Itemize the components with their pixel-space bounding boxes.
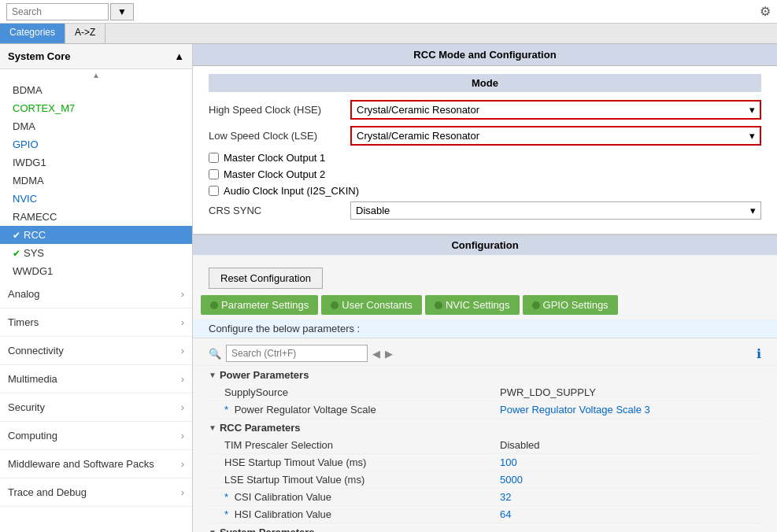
mode-section: Mode High Speed Clock (HSE) Crystal/Cera… [193, 66, 777, 235]
sys-label: SYS [24, 247, 44, 259]
connectivity-label: Connectivity [8, 345, 64, 357]
sidebar: System Core ▲ ▲ BDMA CORTEX_M7 DMA GPIO … [0, 44, 193, 532]
timers-label: Timers [8, 316, 39, 328]
lse-row: Low Speed Clock (LSE) Crystal/Ceramic Re… [209, 126, 761, 146]
csi-calib-row: * CSI Calibration Value 32 [209, 489, 761, 506]
section-arrow-rcc: ▼ [209, 423, 216, 432]
search-button[interactable]: ▼ [110, 3, 134, 20]
sidebar-item-rcc[interactable]: ✔ RCC [0, 226, 192, 244]
chevron-right-icon6: › [181, 430, 184, 441]
sidebar-item-sys[interactable]: ✔ SYS [0, 244, 192, 262]
sidebar-item-connectivity[interactable]: Connectivity › [0, 337, 192, 365]
audio-clock-label: Audio Clock Input (I2S_CKIN) [224, 185, 359, 197]
tab-atoz[interactable]: A->Z [65, 24, 105, 43]
chevron-right-icon7: › [181, 458, 184, 470]
chevron-right-icon3: › [181, 345, 184, 357]
lse-value: Crystal/Ceramic Resonator [357, 130, 479, 142]
audio-clock-row: Audio Clock Input (I2S_CKIN) [209, 185, 761, 197]
trace-label: Trace and Debug [8, 486, 87, 498]
chevron-right-icon4: › [181, 373, 184, 385]
param-search-input[interactable] [226, 345, 368, 362]
sidebar-item-security[interactable]: Security › [0, 393, 192, 422]
middleware-label: Middleware and Software Packs [8, 458, 154, 470]
master-clock-2-checkbox[interactable] [209, 169, 219, 179]
sidebar-item-nvic[interactable]: NVIC [0, 190, 192, 208]
nav-right-icon[interactable]: ▶ [385, 348, 393, 360]
hse-select[interactable]: Crystal/Ceramic Resonator ▾ [350, 100, 761, 120]
sys-check-icon: ✔ [13, 248, 20, 259]
crs-sync-value: Disable [356, 205, 390, 216]
master-clock-2-row: Master Clock Output 2 [209, 168, 761, 180]
chevron-right-icon: › [181, 288, 184, 300]
computing-label: Computing [8, 430, 57, 441]
sidebar-item-analog[interactable]: Analog › [0, 280, 192, 308]
lse-select[interactable]: Crystal/Ceramic Resonator ▾ [350, 126, 761, 146]
top-search-input[interactable] [6, 3, 109, 20]
tab-nvic-settings[interactable]: NVIC Settings [425, 295, 520, 315]
hse-dropdown-icon: ▾ [749, 104, 755, 116]
info-icon[interactable]: ℹ [757, 346, 761, 361]
right-panel: RCC Mode and Configuration Mode High Spe… [193, 44, 777, 532]
sidebar-item-middleware[interactable]: Middleware and Software Packs › [0, 450, 192, 478]
top-bar: ▼ ⚙ [0, 0, 777, 24]
sidebar-item-bdma[interactable]: BDMA [0, 81, 192, 99]
audio-clock-checkbox[interactable] [209, 186, 219, 196]
rcc-params-section[interactable]: ▼ RCC Parameters [209, 419, 761, 437]
chevron-right-icon8: › [181, 486, 184, 498]
voltage-scale-value: Power Regulator Voltage Scale 3 [500, 404, 650, 416]
chevron-right-icon2: › [181, 316, 184, 328]
nvic-settings-dot [435, 301, 442, 309]
security-label: Security [8, 401, 45, 413]
params-table: ▼ Power Parameters SupplySource PWR_LDO_… [193, 366, 777, 532]
hsi-calib-value: 64 [500, 508, 511, 520]
lse-dropdown-icon: ▾ [749, 130, 755, 142]
master-clock-1-checkbox[interactable] [209, 153, 219, 163]
chevron-right-icon5: › [181, 401, 184, 413]
sidebar-item-trace[interactable]: Trace and Debug › [0, 478, 192, 507]
crs-sync-dropdown-icon: ▾ [750, 205, 756, 216]
param-settings-label: Parameter Settings [221, 299, 309, 311]
power-params-section[interactable]: ▼ Power Parameters [209, 366, 761, 384]
hsi-calib-star: * [224, 508, 231, 520]
reset-config-button[interactable]: Reset Configuration [209, 268, 323, 289]
sidebar-item-mdma[interactable]: MDMA [0, 172, 192, 190]
config-header: Configuration [193, 235, 777, 255]
crs-sync-select[interactable]: Disable ▾ [350, 201, 761, 220]
system-params-title: System Parameters [220, 526, 315, 532]
gpio-settings-label: GPIO Settings [543, 299, 609, 311]
sidebar-item-wwdg1[interactable]: WWDG1 [0, 262, 192, 280]
master-clock-2-label: Master Clock Output 2 [224, 168, 325, 180]
sidebar-system-core-header[interactable]: System Core ▲ [0, 44, 192, 69]
tab-gpio-settings[interactable]: GPIO Settings [523, 295, 618, 315]
supply-source-row: SupplySource PWR_LDO_SUPPLY [209, 384, 761, 401]
chevron-up-icon: ▲ [174, 50, 184, 62]
sidebar-item-timers[interactable]: Timers › [0, 308, 192, 337]
gear-icon[interactable]: ⚙ [760, 4, 771, 19]
sidebar-item-ramecc[interactable]: RAMECC [0, 208, 192, 226]
multimedia-label: Multimedia [8, 373, 57, 385]
lse-startup-value: 5000 [500, 474, 523, 486]
tim-prescaler-value: Disabled [500, 439, 540, 451]
voltage-scale-row: * Power Regulator Voltage Scale Power Re… [209, 401, 761, 419]
sidebar-item-cortex[interactable]: CORTEX_M7 [0, 99, 192, 117]
voltage-scale-name: * Power Regulator Voltage Scale [224, 404, 500, 416]
user-constants-dot [331, 301, 339, 309]
hse-startup-row: HSE Startup Timout Value (ms) 100 [209, 454, 761, 471]
tab-categories[interactable]: Categories [0, 24, 65, 43]
sidebar-item-gpio[interactable]: GPIO [0, 135, 192, 153]
sidebar-item-dma[interactable]: DMA [0, 117, 192, 135]
sidebar-item-computing[interactable]: Computing › [0, 422, 192, 450]
tab-parameter-settings[interactable]: Parameter Settings [201, 295, 318, 315]
lse-startup-name: LSE Startup Timout Value (ms) [224, 474, 500, 486]
csi-calib-name: * CSI Calibration Value [224, 491, 500, 503]
nav-left-icon[interactable]: ◀ [372, 348, 380, 360]
sidebar-item-iwdg1[interactable]: IWDG1 [0, 153, 192, 172]
tab-user-constants[interactable]: User Constants [321, 295, 422, 315]
tim-prescaler-row: TIM Prescaler Selection Disabled [209, 437, 761, 454]
crs-sync-label: CRS SYNC [209, 205, 350, 216]
hse-value: Crystal/Ceramic Resonator [357, 104, 479, 116]
scroll-up-arrow[interactable]: ▲ [0, 69, 192, 81]
search-icon: 🔍 [209, 348, 221, 360]
sidebar-item-multimedia[interactable]: Multimedia › [0, 365, 192, 393]
system-params-section[interactable]: ▼ System Parameters [209, 523, 761, 532]
